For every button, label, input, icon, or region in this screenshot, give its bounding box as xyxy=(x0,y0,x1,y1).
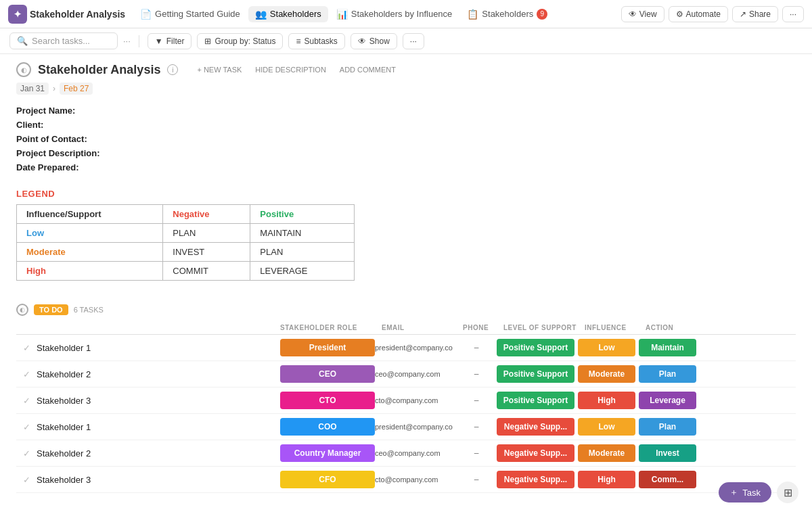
date-row: Jan 31 › Feb 27 xyxy=(16,80,796,103)
tasks-section-header: ◐ TO DO 6 TASKS xyxy=(16,297,796,320)
legend-col-negative: Negative xyxy=(163,205,250,224)
share-button[interactable]: ↗ Share xyxy=(732,6,778,22)
column-headers: STAKEHOLDER ROLE EMAIL PHONE LEVEL OF SU… xyxy=(16,320,796,335)
point-of-contact-label: Point of Contact: xyxy=(16,134,87,144)
action-pill: Comm... xyxy=(639,471,696,488)
phone-cell: – xyxy=(456,369,497,379)
tab-stakeholders[interactable]: 👥 Stakeholders xyxy=(248,6,328,22)
table-row[interactable]: ✓ Stakeholder 1 COO president@company.co… xyxy=(16,414,796,440)
task-checkbox[interactable]: ✓ xyxy=(16,448,37,459)
task-checkbox[interactable]: ✓ xyxy=(16,396,37,406)
check-icon: ✓ xyxy=(23,422,30,432)
legend-high-neg: COMMIT xyxy=(163,262,250,281)
extra-icon: 📋 xyxy=(467,9,478,20)
new-task-button[interactable]: + NEW TASK xyxy=(193,64,246,75)
legend-high-pos: LEVERAGE xyxy=(250,262,355,281)
new-task-fab[interactable]: ＋ Task xyxy=(719,482,771,503)
task-checkbox[interactable]: ✓ xyxy=(16,369,37,379)
circle-icon: ◐ xyxy=(21,66,27,74)
notification-badge: 9 xyxy=(537,9,547,20)
legend-high: High xyxy=(17,262,163,281)
tasks-count: 6 TASKS xyxy=(74,306,104,314)
point-of-contact-line: Point of Contact: xyxy=(16,134,796,144)
info-icon[interactable]: i xyxy=(167,64,178,75)
view-button[interactable]: 👁 View xyxy=(621,6,664,22)
tab-stakeholders-extra[interactable]: 📋 Stakeholders 9 xyxy=(460,6,554,22)
legend-table: Influence/Support Negative Positive Low … xyxy=(16,204,355,281)
date-arrow: › xyxy=(53,84,55,93)
task-checkbox[interactable]: ✓ xyxy=(16,422,37,432)
task-checkbox[interactable]: ✓ xyxy=(16,343,37,353)
role-pill: CFO xyxy=(280,471,375,488)
task-name: Stakeholder 1 xyxy=(37,422,280,432)
col-header-phone: PHONE xyxy=(463,324,503,331)
toolbar-more-button[interactable]: ··· xyxy=(403,33,424,49)
filter-icon: ▼ xyxy=(155,37,163,46)
support-pill: Positive Support xyxy=(497,339,574,356)
legend-row-moderate: Moderate INVEST PLAN xyxy=(17,243,355,262)
end-date[interactable]: Feb 27 xyxy=(60,83,93,95)
col-header-action: ACTION xyxy=(646,324,706,331)
role-pill: COO xyxy=(280,418,375,436)
hide-description-button[interactable]: HIDE DESCRIPTION xyxy=(251,64,330,75)
legend-title: LEGEND xyxy=(16,189,796,199)
action-pill: Plan xyxy=(639,365,696,383)
description-block: Project Name: Client: Point of Contact: … xyxy=(16,103,796,178)
table-row[interactable]: ✓ Stakeholder 2 CEO ceo@company.com – Po… xyxy=(16,361,796,388)
group-icon: ⊞ xyxy=(204,37,211,46)
email-cell: ceo@company.com xyxy=(375,370,456,378)
subtasks-button[interactable]: ≡ Subtasks xyxy=(288,33,344,49)
task-status-circle[interactable]: ◐ xyxy=(16,62,31,77)
influence-pill: High xyxy=(578,392,635,409)
legend-row-high: High COMMIT LEVERAGE xyxy=(17,262,355,281)
tab-stakeholders-label: Stakeholders xyxy=(270,9,321,19)
influence-icon: 📊 xyxy=(336,9,348,20)
influence-pill: Low xyxy=(578,418,635,436)
show-label: Show xyxy=(369,37,390,46)
task-label: Task xyxy=(742,488,761,498)
legend-low: Low xyxy=(17,224,163,243)
support-pill: Negative Supp... xyxy=(497,418,574,436)
bottom-more-button[interactable]: ⊞ xyxy=(777,482,798,503)
group-by-button[interactable]: ⊞ Group by: Status xyxy=(197,33,283,49)
task-name: Stakeholder 3 xyxy=(37,396,280,406)
client-line: Client: xyxy=(16,120,796,130)
show-button[interactable]: 👁 Show xyxy=(351,33,397,49)
tab-stakeholders-by-influence[interactable]: 📊 Stakeholders by Influence xyxy=(330,6,459,22)
action-pill: Leverage xyxy=(639,392,696,409)
action-pill: Invest xyxy=(639,444,696,462)
search-more-icon[interactable]: ··· xyxy=(123,36,131,46)
influence-pill: Moderate xyxy=(578,444,635,462)
automate-label: Automate xyxy=(686,9,721,19)
check-icon: ✓ xyxy=(23,448,30,459)
table-row[interactable]: ✓ Stakeholder 3 CTO cto@company.com – Po… xyxy=(16,388,796,414)
add-comment-button[interactable]: ADD COMMENT xyxy=(336,64,400,75)
table-row[interactable]: ✓ Stakeholder 2 Country Manager ceo@comp… xyxy=(16,440,796,467)
table-row[interactable]: ✓ Stakeholder 3 CFO cto@company.com – Ne… xyxy=(16,467,796,493)
check-icon: ✓ xyxy=(23,343,30,353)
support-pill: Positive Support xyxy=(497,365,574,383)
tab-getting-started[interactable]: 📄 Getting Started Guide xyxy=(133,6,247,22)
phone-cell: – xyxy=(456,448,497,458)
task-checkbox[interactable]: ✓ xyxy=(16,475,37,485)
automate-button[interactable]: ⚙ Automate xyxy=(669,6,728,22)
support-pill: Negative Supp... xyxy=(497,471,574,488)
more-button[interactable]: ··· xyxy=(782,6,804,22)
task-actions: + NEW TASK HIDE DESCRIPTION ADD COMMENT xyxy=(193,64,400,75)
search-box[interactable]: 🔍 Search tasks... xyxy=(9,32,118,49)
filter-button[interactable]: ▼ Filter xyxy=(148,33,192,49)
table-row[interactable]: ✓ Stakeholder 1 President president@comp… xyxy=(16,335,796,361)
bottom-taskbar: ＋ Task ⊞ xyxy=(719,482,798,503)
legend-moderate-neg: INVEST xyxy=(163,243,250,262)
action-pill: Maintain xyxy=(639,339,696,356)
project-name-line: Project Name: xyxy=(16,106,796,116)
start-date[interactable]: Jan 31 xyxy=(16,83,49,95)
tab-list: 📄 Getting Started Guide 👥 Stakeholders 📊… xyxy=(133,6,618,22)
getting-started-icon: 📄 xyxy=(140,9,152,20)
tab-influence-label: Stakeholders by Influence xyxy=(351,9,453,19)
col-header-role: STAKEHOLDER ROLE xyxy=(280,324,382,331)
legend-row-low: Low PLAN MAINTAIN xyxy=(17,224,355,243)
email-cell: cto@company.com xyxy=(375,396,456,404)
influence-pill: Moderate xyxy=(578,365,635,383)
tasks-circle[interactable]: ◐ xyxy=(16,304,28,316)
